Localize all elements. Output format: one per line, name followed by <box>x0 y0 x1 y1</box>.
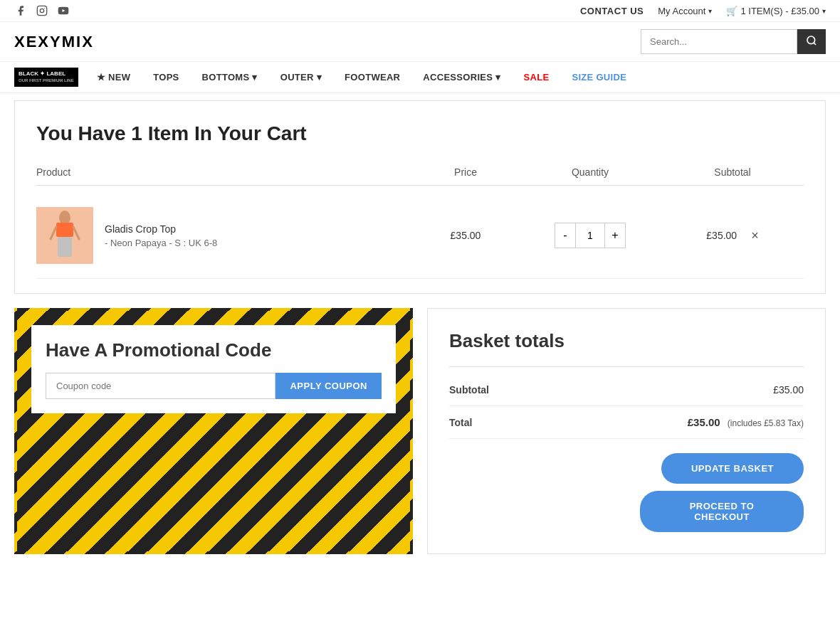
svg-rect-0 <box>37 6 46 15</box>
total-label: Total <box>449 417 472 428</box>
main-nav: BLACK ✦ LABEL OUR FIRST PREMIUM LINE ★ N… <box>0 61 840 93</box>
outer-chevron-icon: ▾ <box>317 72 322 83</box>
product-name: Gladis Crop Top <box>105 223 217 235</box>
coupon-input[interactable] <box>46 373 275 399</box>
product-cell: Gladis Crop Top - Neon Papaya - S : UK 6… <box>36 207 412 264</box>
cart-table-header: Product Price Quantity Subtotal <box>36 166 804 186</box>
total-value: £35.00 (includes £5.83 Tax) <box>688 416 804 428</box>
nav-item-new[interactable]: ★ NEW <box>85 62 142 92</box>
social-icons <box>14 4 70 17</box>
product-info: Gladis Crop Top - Neon Papaya - S : UK 6… <box>105 223 217 248</box>
contact-us-link[interactable]: CONTACT US <box>580 6 644 16</box>
search-wrapper <box>641 29 826 54</box>
cart-section: You Have 1 Item In Your Cart Product Pri… <box>14 100 826 294</box>
promo-row: APPLY COUPON <box>46 373 382 399</box>
my-account-chevron-icon: ▾ <box>708 7 712 15</box>
promo-title: Have A Promotional Code <box>46 339 382 361</box>
cart-link[interactable]: 🛒 1 ITEM(S) - £35.00 ▾ <box>726 6 826 16</box>
subtotal-cell: £35.00 × <box>661 228 804 243</box>
basket-totals-title: Basket totals <box>449 330 804 352</box>
basket-totals-section: Basket totals Subtotal £35.00 Total £35.… <box>427 308 826 554</box>
star-icon: ★ <box>97 72 105 83</box>
nav-item-size-guide[interactable]: SIZE GUIDE <box>560 62 638 92</box>
svg-rect-7 <box>56 223 73 237</box>
black-label-badge: BLACK ✦ LABEL OUR FIRST PREMIUM LINE <box>14 68 78 86</box>
col-header-quantity: Quantity <box>519 166 661 178</box>
promo-inner: Have A Promotional Code APPLY COUPON <box>31 325 396 413</box>
action-buttons: UPDATE BASKET PROCEED TO CHECKOUT <box>449 453 804 532</box>
quantity-increase-button[interactable]: + <box>604 223 626 248</box>
nav-item-tops[interactable]: TOPS <box>142 62 190 92</box>
proceed-to-checkout-button[interactable]: PROCEED TO CHECKOUT <box>640 491 804 532</box>
svg-line-9 <box>51 227 56 239</box>
subtotal-row: Subtotal £35.00 <box>449 374 804 406</box>
product-thumbnail <box>36 207 93 264</box>
apply-coupon-button[interactable]: APPLY COUPON <box>275 373 382 399</box>
col-header-price: Price <box>412 166 519 178</box>
instagram-icon[interactable] <box>36 4 48 17</box>
nav-item-accessories[interactable]: ACCESSORIES ▾ <box>411 62 512 92</box>
logo[interactable]: XEXYMIX <box>14 33 94 51</box>
accessories-chevron-icon: ▾ <box>495 72 500 83</box>
update-basket-button[interactable]: UPDATE BASKET <box>661 453 804 484</box>
totals-divider <box>449 366 804 367</box>
nav-item-sale[interactable]: SALE <box>513 62 561 92</box>
bottoms-chevron-icon: ▾ <box>252 72 257 83</box>
product-price: £35.00 <box>412 230 519 241</box>
bottom-section: Have A Promotional Code APPLY COUPON Bas… <box>14 308 826 554</box>
svg-rect-8 <box>58 237 72 257</box>
subtotal-label: Subtotal <box>449 384 489 396</box>
search-button[interactable] <box>797 29 826 54</box>
quantity-input[interactable] <box>576 223 604 248</box>
remove-item-button[interactable]: × <box>751 228 759 243</box>
nav-item-outer[interactable]: OUTER ▾ <box>269 62 333 92</box>
top-bar-right: CONTACT US My Account ▾ 🛒 1 ITEM(S) - £3… <box>580 6 826 16</box>
total-row: Total £35.00 (includes £5.83 Tax) <box>449 406 804 439</box>
header: XEXYMIX <box>0 22 840 61</box>
svg-point-2 <box>44 8 45 9</box>
cart-icon: 🛒 <box>726 6 737 16</box>
main-content: You Have 1 Item In Your Cart Product Pri… <box>0 93 840 561</box>
product-subtotal: £35.00 <box>706 230 737 241</box>
table-row: Gladis Crop Top - Neon Papaya - S : UK 6… <box>36 193 804 279</box>
svg-point-4 <box>807 36 815 44</box>
nav-item-bottoms[interactable]: BOTTOMS ▾ <box>191 62 269 92</box>
product-variant: - Neon Papaya - S : UK 6-8 <box>105 238 217 248</box>
youtube-icon[interactable] <box>57 4 70 17</box>
svg-line-10 <box>73 227 79 239</box>
nav-item-footwear[interactable]: FOOTWEAR <box>333 62 411 92</box>
top-bar: CONTACT US My Account ▾ 🛒 1 ITEM(S) - £3… <box>0 0 840 22</box>
cart-chevron-icon: ▾ <box>822 7 826 15</box>
quantity-cell: - + <box>519 223 661 248</box>
facebook-icon[interactable] <box>14 4 27 17</box>
svg-point-1 <box>40 9 43 12</box>
svg-line-5 <box>814 43 816 45</box>
cart-title: You Have 1 Item In Your Cart <box>36 122 804 145</box>
col-header-product: Product <box>36 166 412 178</box>
promo-section: Have A Promotional Code APPLY COUPON <box>14 308 413 554</box>
search-input[interactable] <box>641 29 797 54</box>
subtotal-value: £35.00 <box>773 384 804 396</box>
col-header-subtotal: Subtotal <box>661 166 804 178</box>
my-account-link[interactable]: My Account ▾ <box>658 6 712 16</box>
quantity-decrease-button[interactable]: - <box>555 223 576 248</box>
tax-text: (includes £5.83 Tax) <box>728 418 804 428</box>
